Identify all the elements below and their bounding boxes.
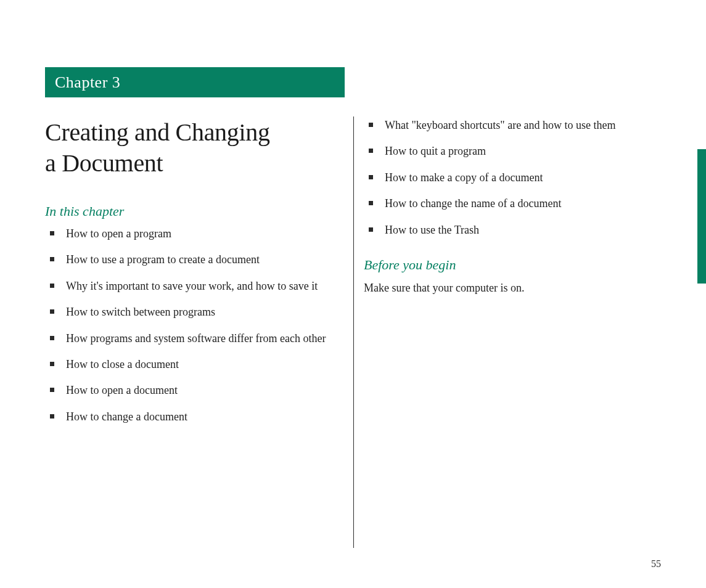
list-item: How to open a document (45, 383, 345, 398)
chapter-label: Chapter 3 (45, 73, 120, 92)
list-item: How to use a program to create a documen… (45, 253, 345, 267)
section-before-you-begin: Before you begin (364, 257, 663, 273)
before-you-begin-text: Make sure that your computer is on. (364, 282, 663, 295)
list-item: How to make a copy of a document (364, 171, 663, 185)
list-item: How to use the Trash (364, 223, 663, 237)
list-item: How to close a document (45, 357, 345, 372)
chapter-title-line1: Creating and Changing (45, 118, 270, 146)
list-item: How to open a program (45, 227, 345, 241)
list-item: How to quit a program (364, 144, 663, 158)
page: Chapter 3 Creating and Changing a Docume… (0, 0, 706, 588)
chapter-title-line2: a Document (45, 149, 163, 177)
section-in-this-chapter: In this chapter (45, 203, 345, 219)
list-item: What "keyboard shortcuts" are and how to… (364, 118, 663, 133)
list-item: How to switch between programs (45, 305, 345, 319)
edge-tab (697, 149, 706, 284)
before-you-begin-section: Before you begin Make sure that your com… (364, 257, 663, 295)
right-column: What "keyboard shortcuts" are and how to… (364, 118, 663, 295)
list-item: How to change a document (45, 410, 345, 424)
bullets-right: What "keyboard shortcuts" are and how to… (364, 118, 663, 237)
page-number: 55 (651, 558, 661, 570)
chapter-bar: Chapter 3 (45, 67, 345, 97)
left-column: In this chapter How to open a program Ho… (45, 203, 345, 436)
list-item: How to change the name of a document (364, 197, 663, 211)
bullets-left: How to open a program How to use a progr… (45, 227, 345, 424)
list-item: Why it's important to save your work, an… (45, 279, 345, 293)
chapter-title: Creating and Changing a Document (45, 117, 335, 179)
column-divider (353, 116, 354, 548)
list-item: How programs and system software differ … (45, 332, 345, 346)
